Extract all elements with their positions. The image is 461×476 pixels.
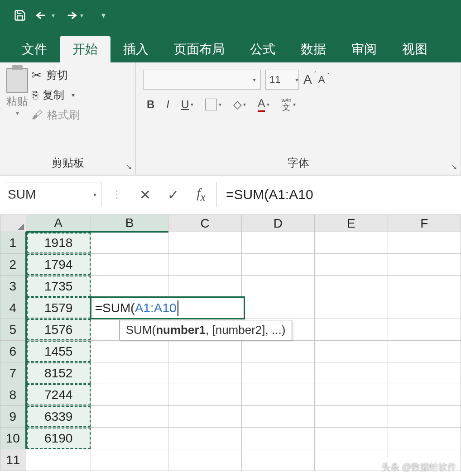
- cell-B4[interactable]: =SUM(A1:A10 SUM(number1, [number2], ...): [91, 297, 168, 319]
- select-all-corner[interactable]: [0, 215, 26, 232]
- cell-D11[interactable]: [241, 449, 314, 471]
- cell-E8[interactable]: [315, 384, 388, 406]
- formula-bar[interactable]: =SUM(A1:A10: [216, 182, 458, 207]
- cell-B8[interactable]: [91, 384, 168, 406]
- cell-B2[interactable]: [91, 254, 168, 276]
- row-header-10[interactable]: 10: [0, 428, 26, 449]
- clipboard-dialog-launcher-icon[interactable]: ↘: [126, 162, 132, 171]
- redo-button[interactable]: ▾: [64, 10, 83, 21]
- tab-home[interactable]: 开始: [60, 36, 110, 62]
- cell-F6[interactable]: [388, 341, 461, 362]
- cell-D10[interactable]: [241, 428, 314, 449]
- cell-B11[interactable]: [91, 449, 168, 471]
- row-header-2[interactable]: 2: [0, 254, 26, 276]
- cell-A2[interactable]: 1794: [26, 254, 91, 276]
- column-header-D[interactable]: D: [241, 215, 314, 232]
- paste-dropdown-icon[interactable]: ▾: [16, 109, 19, 117]
- cell-F9[interactable]: [388, 406, 461, 428]
- cell-E3[interactable]: [315, 276, 388, 297]
- increase-font-button[interactable]: Aˆ: [303, 72, 314, 87]
- paste-button[interactable]: 粘贴 ▾: [6, 68, 28, 153]
- row-header-5[interactable]: 5: [0, 319, 26, 341]
- column-header-E[interactable]: E: [315, 215, 388, 232]
- cell-E4[interactable]: [315, 297, 388, 319]
- cell-F8[interactable]: [388, 384, 461, 406]
- cell-C3[interactable]: [168, 276, 241, 297]
- tab-data[interactable]: 数据: [288, 36, 339, 62]
- row-header-6[interactable]: 6: [0, 341, 26, 362]
- cell-E2[interactable]: [315, 254, 388, 276]
- cell-E9[interactable]: [315, 406, 388, 428]
- save-button[interactable]: [14, 9, 26, 22]
- cell-F2[interactable]: [388, 254, 461, 276]
- cell-D2[interactable]: [241, 254, 314, 276]
- redo-dropdown-icon[interactable]: ▾: [80, 12, 83, 19]
- format-painter-button[interactable]: 🖌 格式刷: [32, 108, 80, 122]
- cell-A4[interactable]: 1579: [26, 297, 91, 319]
- cancel-edit-button[interactable]: ✕: [132, 182, 158, 207]
- column-header-F[interactable]: F: [388, 215, 461, 232]
- cell-A7[interactable]: 8152: [26, 362, 91, 384]
- column-header-C[interactable]: C: [168, 215, 241, 232]
- cell-E10[interactable]: [315, 428, 388, 449]
- cell-A11[interactable]: [26, 449, 91, 471]
- tab-page-layout[interactable]: 页面布局: [161, 36, 237, 62]
- cell-D7[interactable]: [241, 362, 314, 384]
- row-header-1[interactable]: 1: [0, 232, 26, 254]
- cell-B1[interactable]: [91, 232, 168, 254]
- cut-button[interactable]: ✂ 剪切: [32, 68, 80, 82]
- name-box[interactable]: SUM ▾: [3, 182, 101, 207]
- tab-review[interactable]: 审阅: [339, 36, 389, 62]
- column-header-A[interactable]: A: [26, 215, 91, 232]
- font-size-dropdown[interactable]: 11▾: [265, 70, 299, 90]
- confirm-edit-button[interactable]: ✓: [160, 182, 186, 207]
- cell-A1[interactable]: 1918: [26, 232, 91, 254]
- cell-C2[interactable]: [168, 254, 241, 276]
- cell-A10[interactable]: 6190: [26, 428, 91, 449]
- cell-E5[interactable]: [315, 319, 388, 341]
- cell-E1[interactable]: [315, 232, 388, 254]
- bold-button[interactable]: B: [143, 98, 158, 111]
- font-color-button[interactable]: A▾: [254, 97, 273, 112]
- cell-editor[interactable]: =SUM(A1:A10: [90, 296, 245, 319]
- name-box-dropdown-icon[interactable]: ▾: [93, 191, 96, 198]
- cell-A3[interactable]: 1735: [26, 276, 91, 297]
- cell-C1[interactable]: [168, 232, 241, 254]
- column-header-B[interactable]: B: [91, 215, 168, 232]
- cell-B10[interactable]: [91, 428, 168, 449]
- cell-F1[interactable]: [388, 232, 461, 254]
- cell-A6[interactable]: 1455: [26, 341, 91, 362]
- row-header-9[interactable]: 9: [0, 406, 26, 428]
- border-button[interactable]: ▾: [202, 99, 225, 110]
- cell-C6[interactable]: [168, 341, 241, 362]
- row-header-11[interactable]: 11: [0, 449, 26, 471]
- fill-color-button[interactable]: ◇▾: [230, 98, 250, 111]
- cell-F5[interactable]: [388, 319, 461, 341]
- copy-button[interactable]: ⎘ 复制 ▾: [32, 88, 80, 102]
- cell-B9[interactable]: [91, 406, 168, 428]
- row-header-8[interactable]: 8: [0, 384, 26, 406]
- cell-A9[interactable]: 6339: [26, 406, 91, 428]
- italic-button[interactable]: I: [163, 98, 173, 111]
- cell-C10[interactable]: [168, 428, 241, 449]
- cell-D6[interactable]: [241, 341, 314, 362]
- tab-view[interactable]: 视图: [389, 36, 440, 62]
- cell-E6[interactable]: [315, 341, 388, 362]
- tab-file[interactable]: 文件: [9, 36, 60, 62]
- row-header-3[interactable]: 3: [0, 276, 26, 297]
- font-dialog-launcher-icon[interactable]: ↘: [451, 162, 457, 171]
- font-name-dropdown[interactable]: ▾: [143, 70, 261, 90]
- cell-B6[interactable]: [91, 341, 168, 362]
- copy-dropdown-icon[interactable]: ▾: [72, 91, 75, 99]
- undo-dropdown-icon[interactable]: ▾: [52, 12, 55, 19]
- cell-D8[interactable]: [241, 384, 314, 406]
- cell-F4[interactable]: [388, 297, 461, 319]
- cell-D4[interactable]: [241, 297, 314, 319]
- cell-C9[interactable]: [168, 406, 241, 428]
- decrease-font-button[interactable]: Aˇ: [318, 74, 327, 86]
- cell-A5[interactable]: 1576: [26, 319, 91, 341]
- cell-F7[interactable]: [388, 362, 461, 384]
- cell-C11[interactable]: [168, 449, 241, 471]
- cell-D1[interactable]: [241, 232, 314, 254]
- spreadsheet-grid[interactable]: A B C D E F 11918 21794 31735 41579 =SUM…: [0, 214, 461, 471]
